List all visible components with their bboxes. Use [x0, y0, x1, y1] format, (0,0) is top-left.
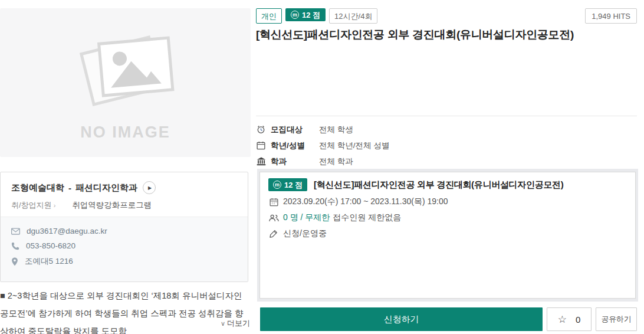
schedule-points-label: 12 점 [284, 181, 303, 189]
program-type: 취업역량강화프로그램 [72, 200, 152, 211]
department-card: 조형예술대학 - 패션디자인학과 ▶ 취/창업지원 › 취업역량강화프로그램 d… [0, 172, 248, 282]
points-badge-label: 12 점 [302, 11, 320, 19]
location-value: 조예대5 1216 [25, 256, 73, 267]
hits-badge: 1,949 HITS [585, 8, 637, 24]
pen-icon [268, 230, 279, 238]
play-icon: ▶ [148, 185, 152, 191]
mileage-icon: m [273, 181, 281, 189]
dash-separator: - [68, 183, 71, 193]
schedule-panel: m 12 점 [혁신선도]패션디자인전공 외부 경진대회(유니버설디자인공모전)… [257, 169, 638, 302]
chevron-right-icon: › [54, 202, 56, 209]
college-name: 조형예술대학 [11, 182, 64, 194]
favorite-button[interactable]: ☆ 0 [547, 307, 592, 331]
schedule-capacity-row: 0 명 / 무제한 접수인원 제한없음 [268, 212, 627, 223]
info-row-department: 학과 전체 학과 [256, 153, 637, 169]
program-category[interactable]: 취/창업지원 [11, 200, 52, 211]
alarm-clock-icon [256, 125, 266, 134]
page-title: [혁신선도]패션디자인전공 외부 경진대회(유니버설디자인공모전) [256, 27, 637, 42]
mail-icon [11, 228, 20, 235]
no-image-placeholder: NO IMAGE [0, 8, 251, 157]
schedule-points-badge: m 12 점 [268, 178, 307, 191]
phone-icon [11, 242, 19, 250]
schedule-status-row: 신청/운영중 [268, 228, 627, 239]
program-type-badge: 개인 [256, 8, 282, 24]
info-value: 전체 학생 [319, 125, 353, 135]
info-row-target: 모집대상 전체 학생 [256, 122, 637, 137]
calendar-icon [268, 198, 279, 207]
badge-row: 개인 m 12 점 12시간/4회 1,949 HITS [256, 8, 637, 24]
no-image-label: NO IMAGE [0, 123, 251, 142]
info-value: 전체 학년/전체 성별 [319, 140, 389, 151]
info-label: 학년/성별 [271, 140, 319, 151]
share-button[interactable]: 공유하기 [596, 307, 637, 331]
favorite-count: 0 [576, 315, 580, 325]
points-badge: m 12 점 [285, 8, 326, 21]
contact-location-row: 조예대5 1216 [11, 256, 237, 267]
chevron-down-icon: ∨ [221, 320, 225, 327]
location-pin-icon [11, 257, 18, 266]
contact-phone-row: 053-850-6820 [11, 241, 237, 250]
info-rows: 모집대상 전체 학생 학년/성별 전체 학년/전체 성별 [256, 122, 637, 169]
university-icon [256, 157, 266, 166]
contact-section: dgu3617@daegu.ac.kr 053-850-6820 조예대5 12… [1, 217, 248, 281]
info-label: 모집대상 [271, 125, 319, 135]
schedule-period: 2023.09.20(수) 17:00 ~ 2023.11.30(목) 19:0… [283, 197, 448, 207]
schedule-status: 신청/운영중 [283, 228, 327, 239]
info-divider [256, 116, 637, 116]
schedule-card: m 12 점 [혁신선도]패션디자인전공 외부 경진대회(유니버설디자인공모전)… [259, 172, 636, 299]
department-name: 패션디자인학과 [75, 182, 137, 194]
info-label: 학과 [271, 156, 319, 167]
program-detail-page: NO IMAGE 조형예술대학 - 패션디자인학과 ▶ 취/창업지원 › 취업역… [0, 0, 644, 334]
contact-email-row: dgu3617@daegu.ac.kr [11, 227, 237, 235]
more-link[interactable]: ∨더보기 [221, 319, 250, 328]
schedule-period-row: 2023.09.20(수) 17:00 ~ 2023.11.30(목) 19:0… [268, 197, 627, 207]
email-value: dgu3617@daegu.ac.kr [27, 227, 107, 235]
star-icon: ☆ [558, 313, 567, 326]
duration-badge: 12시간/4회 [329, 8, 377, 24]
capacity-note: 접수인원 제한없음 [333, 212, 401, 223]
people-icon [268, 214, 279, 222]
more-label: 더보기 [227, 319, 250, 328]
apply-button[interactable]: 신청하기 [260, 307, 543, 331]
schedule-title: [혁신선도]패션디자인전공 외부 경진대회(유니버설디자인공모전) [314, 179, 563, 191]
info-value: 전체 학과 [319, 156, 353, 167]
info-row-grade-gender: 학년/성별 전체 학년/전체 성별 [256, 137, 637, 153]
calendar-icon [256, 141, 266, 150]
department-expand-button[interactable]: ▶ [143, 181, 156, 194]
photo-frames-icon [71, 25, 180, 122]
mileage-icon: m [291, 11, 299, 19]
capacity-highlight: 0 명 / 무제한 [283, 212, 330, 223]
phone-value: 053-850-6820 [26, 241, 75, 250]
action-row: 신청하기 ☆ 0 공유하기 [260, 307, 637, 331]
